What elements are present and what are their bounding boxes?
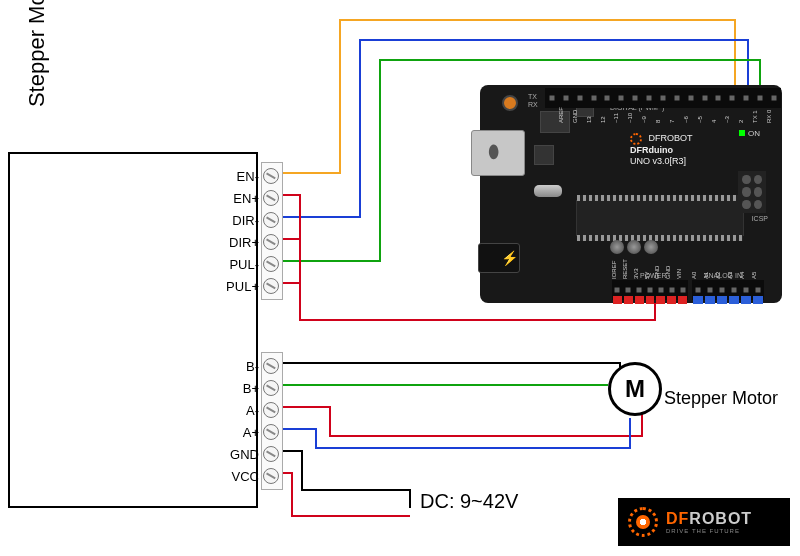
stepper-motor-symbol: M [608, 362, 662, 416]
pin-TX1: TX 1 [753, 88, 767, 108]
pin-6: ~6 [684, 88, 698, 108]
arduino-digital-pins: AREFGND1312~11~10~987~6~54~32TX 1RX 0 [545, 88, 781, 108]
screw-icon [263, 424, 279, 440]
rx-label: RX [528, 101, 538, 108]
terminal-en-plus: EN+ [225, 187, 280, 209]
pin-5V: 5V [645, 280, 656, 300]
pin-VIN: VIN [677, 280, 688, 300]
terminal-a-plus: A+ [225, 421, 280, 443]
gear-icon [628, 507, 658, 537]
gear-icon [630, 133, 642, 145]
screw-icon [263, 190, 279, 206]
screw-icon [263, 380, 279, 396]
pin-A2: A2 [716, 280, 728, 300]
pin-9: ~9 [642, 88, 656, 108]
screw-icon [263, 168, 279, 184]
dfrobot-logo: DFROBOT DRIVE THE FUTURE [618, 498, 790, 546]
dc-jack-icon [478, 243, 520, 273]
terminal-vcc: VCC [225, 465, 280, 487]
mcu-chip-icon [576, 200, 744, 236]
screw-icon [263, 468, 279, 484]
dc-power-label: DC: 9~42V [420, 490, 518, 513]
power-led-label: ON [739, 129, 760, 138]
smd-component-icon [534, 145, 554, 165]
arduino-power-pins: IOREFRESET3V35VGNDGNDVIN [612, 280, 688, 300]
pin-GND: GND [666, 280, 677, 300]
driver-terminals-top: EN- EN+ DIR- DIR+ PUL- PUL+ [225, 165, 280, 297]
pin-4: 4 [712, 88, 726, 108]
capacitors-icon [610, 240, 658, 254]
stepper-driver-title: Stepper Motor Driver [24, 0, 50, 165]
terminal-en-minus: EN- [225, 165, 280, 187]
analog-strip-label: ANALOG IN [704, 272, 742, 279]
crystal-icon [534, 185, 562, 197]
pin-11: ~11 [614, 88, 628, 108]
tx-label: TX [528, 93, 537, 100]
screw-icon [263, 278, 279, 294]
pin-A0: A0 [692, 280, 704, 300]
pin-7: 7 [670, 88, 684, 108]
smd-component-icon [540, 111, 570, 133]
pin-AREF: AREF [559, 88, 573, 108]
stepper-driver-box [8, 152, 258, 508]
screw-icon [263, 402, 279, 418]
pin-A4: A4 [740, 280, 752, 300]
terminal-dir-plus: DIR+ [225, 231, 280, 253]
pin-3V3: 3V3 [634, 280, 645, 300]
usb-port-icon [471, 130, 525, 176]
screw-icon [263, 446, 279, 462]
terminal-dir-minus: DIR- [225, 209, 280, 231]
pin-10: ~10 [628, 88, 642, 108]
pin-A5: A5 [752, 280, 764, 300]
screw-icon [263, 212, 279, 228]
terminal-pul-minus: PUL- [225, 253, 280, 275]
pin-GND: GND [573, 88, 587, 108]
terminal-b-minus: B- [225, 355, 280, 377]
arduino-analog-pins: A0A1A2A3A4A5 [692, 280, 764, 300]
pin-3: ~3 [725, 88, 739, 108]
pin- [545, 88, 559, 108]
icsp-label: ICSP [752, 215, 768, 222]
terminal-gnd: GND [225, 443, 280, 465]
terminal-b-plus: B+ [225, 377, 280, 399]
pin-8: 8 [656, 88, 670, 108]
pin-2: 2 [739, 88, 753, 108]
pin-GND: GND [655, 280, 666, 300]
icsp-header-icon [738, 171, 766, 213]
pin-A3: A3 [728, 280, 740, 300]
stepper-motor-label: Stepper Motor [664, 388, 778, 409]
pin-12: 12 [601, 88, 615, 108]
pin-5: ~5 [698, 88, 712, 108]
driver-terminals-bot: B- B+ A- A+ GND VCC [225, 355, 280, 487]
terminal-a-minus: A- [225, 399, 280, 421]
reset-button-icon [502, 95, 518, 111]
screw-icon [263, 358, 279, 374]
terminal-pul-plus: PUL+ [225, 275, 280, 297]
pin-RESET: RESET [623, 280, 634, 300]
screw-icon [263, 256, 279, 272]
pin-A1: A1 [704, 280, 716, 300]
screw-icon [263, 234, 279, 250]
pin-IOREF: IOREF [612, 280, 623, 300]
arduino-brand-label: DFROBOT DFRduino UNO v3.0[R3] [630, 133, 693, 167]
pin-13: 13 [587, 88, 601, 108]
pin-RX0: RX 0 [767, 88, 781, 108]
